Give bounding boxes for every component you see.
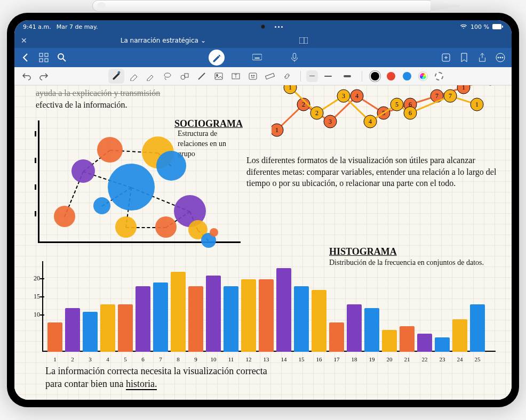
sociograma-chart: [33, 120, 246, 254]
multitask-dots-icon[interactable]: [275, 26, 283, 28]
split-view-icon[interactable]: [299, 37, 308, 44]
histogram-bar: [452, 319, 467, 352]
grid-icon[interactable]: [39, 53, 49, 62]
keyboard-icon[interactable]: [252, 53, 262, 62]
histogram-bar: [241, 279, 256, 352]
svg-point-8: [58, 54, 63, 59]
histogram-bar: [400, 326, 415, 352]
svg-text:4: 4: [369, 118, 372, 125]
front-camera: [261, 25, 265, 29]
histograma-title: HISTOGRAMA: [329, 245, 397, 258]
microphone-icon[interactable]: [290, 53, 299, 62]
histogram-bar: [382, 330, 397, 352]
histogram-bar: [259, 279, 274, 352]
app-toolbar: [14, 48, 512, 67]
svg-rect-10: [252, 54, 262, 60]
svg-rect-4: [39, 53, 43, 56]
svg-text:1: 1: [462, 85, 465, 91]
search-icon[interactable]: [57, 53, 67, 62]
svg-point-25: [164, 73, 171, 77]
svg-rect-33: [249, 73, 257, 79]
undo-icon[interactable]: [22, 71, 31, 81]
histogram-bar: [364, 308, 379, 352]
pen-tool[interactable]: [108, 69, 124, 84]
note-text-bottom: La información correcta necesita la visu…: [45, 365, 419, 391]
histogram-bar: [65, 308, 80, 352]
new-note-icon[interactable]: [441, 53, 451, 62]
svg-text:5: 5: [395, 101, 399, 108]
stroke-med[interactable]: [322, 70, 334, 82]
link-icon[interactable]: [282, 71, 292, 81]
back-icon[interactable]: [21, 53, 30, 62]
color-blue[interactable]: [403, 72, 411, 80]
bookmark-icon[interactable]: [459, 53, 469, 62]
highlighter-icon[interactable]: [146, 71, 155, 81]
svg-point-22: [500, 57, 501, 58]
draw-mode-button[interactable]: [209, 50, 225, 66]
more-icon[interactable]: [496, 53, 505, 62]
svg-rect-0: [492, 24, 501, 29]
sticker-icon[interactable]: [248, 71, 258, 81]
battery-text: 100 %: [471, 23, 489, 30]
histogram-bar: [417, 334, 432, 352]
apple-pencil: [92, 0, 434, 12]
histogram-bar: [118, 304, 133, 352]
status-time: 9:41 a.m.: [23, 23, 51, 30]
histogram-bar: [312, 290, 326, 352]
color-red[interactable]: [387, 72, 395, 80]
histogram-bar: [435, 337, 450, 352]
screen: 9:41 a.m. Mar 7 de may. 100 % ✕ La narra…: [14, 20, 512, 400]
histogram-bar: [276, 268, 291, 352]
histogram-bar: [206, 276, 221, 352]
color-picker-icon[interactable]: [419, 72, 427, 80]
histogram-bar: [153, 282, 168, 352]
redo-icon[interactable]: [39, 71, 49, 81]
histograma-chart: 1234567891011121314151617181920212223242…: [33, 261, 497, 362]
histogram-bar: [136, 286, 150, 352]
histogram-bar: [100, 304, 115, 352]
svg-rect-7: [45, 59, 48, 62]
svg-rect-5: [45, 53, 48, 56]
svg-text:1: 1: [275, 126, 278, 134]
color-black[interactable]: [371, 72, 379, 80]
svg-rect-16: [293, 53, 296, 59]
svg-point-23: [502, 57, 503, 58]
ruler-icon[interactable]: [265, 71, 275, 81]
shape-icon[interactable]: [180, 71, 189, 81]
drawing-toolbar: T: [14, 67, 512, 85]
svg-text:T: T: [234, 74, 237, 79]
image-icon[interactable]: [214, 71, 224, 81]
lasso-icon[interactable]: [163, 71, 172, 81]
svg-point-34: [251, 75, 252, 76]
histogram-bar: [347, 304, 362, 352]
histogram-xlabels: 1234567891011121314151617181920212223242…: [47, 356, 485, 362]
line-tool-icon[interactable]: [197, 71, 206, 81]
stroke-thin[interactable]: [306, 70, 318, 82]
svg-point-24: [118, 71, 120, 74]
note-text-top: ayuda a la explicación y transmisión efe…: [36, 87, 238, 110]
svg-rect-36: [265, 73, 274, 79]
battery-icon: [492, 24, 503, 29]
share-icon[interactable]: [477, 53, 487, 62]
svg-point-30: [217, 74, 218, 76]
svg-rect-6: [39, 59, 43, 62]
svg-text:7: 7: [449, 92, 452, 100]
note-canvas[interactable]: ayuda a la explicación y transmisión efe…: [14, 85, 512, 400]
eraser-icon[interactable]: [129, 71, 138, 81]
document-title[interactable]: La narración estratégica ⌄: [121, 37, 206, 44]
svg-text:4: 4: [355, 92, 358, 100]
svg-text:1: 1: [289, 85, 292, 91]
chevron-down-icon: ⌄: [201, 37, 206, 44]
histogram-bar: [294, 286, 309, 352]
text-box-icon[interactable]: T: [231, 71, 241, 81]
wifi-icon: [460, 24, 467, 29]
svg-line-28: [198, 73, 205, 79]
color-custom-icon[interactable]: [435, 72, 443, 80]
histogram-bar: [470, 304, 485, 352]
status-date: Mar 7 de may.: [57, 23, 98, 30]
svg-line-9: [63, 59, 66, 61]
close-icon[interactable]: ✕: [21, 36, 27, 45]
svg-point-21: [498, 57, 499, 58]
histogram-bar: [47, 322, 62, 352]
stroke-thick[interactable]: [341, 70, 353, 82]
